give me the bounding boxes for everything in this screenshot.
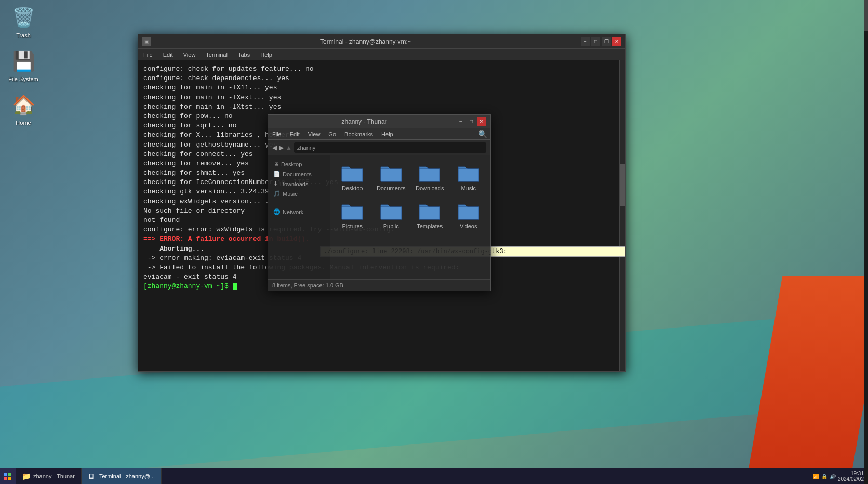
network-sidebar-label: Network <box>283 209 303 215</box>
folder-public-label: Public <box>383 223 399 229</box>
fm-sidebar-item-documents[interactable]: 📄 Documents <box>270 169 328 179</box>
fm-statusbar: 8 items, Free space: 1.0 GB <box>268 279 490 291</box>
folder-downloads-icon <box>417 163 442 184</box>
home-icon: 🏠 <box>11 93 36 117</box>
folder-documents-label: Documents <box>377 185 406 191</box>
fm-sidebar-item-downloads[interactable]: ⬇ Downloads <box>270 179 328 189</box>
home-icon-desktop[interactable]: 🏠 Home <box>5 93 42 126</box>
thunar-taskbar-label: zhanny - Thunar <box>33 473 75 479</box>
fm-minimize-button[interactable]: − <box>456 117 465 126</box>
start-icon <box>3 472 12 481</box>
fm-main-area: Desktop Documents Downloads <box>330 155 490 279</box>
screen-scrollbar-thumb[interactable] <box>864 0 868 31</box>
folder-documents-icon <box>379 163 404 184</box>
folder-desktop-icon <box>340 163 365 184</box>
terminal-line: configure: check dependencies... yes <box>143 74 614 83</box>
fm-up-button[interactable]: ▲ <box>286 144 292 151</box>
taskbar-start-button[interactable] <box>0 468 16 484</box>
home-label: Home <box>16 120 31 126</box>
clock-time: 19:31 <box>838 470 864 476</box>
svg-rect-1 <box>8 473 11 476</box>
fm-menu-bookmarks[interactable]: Bookmarks <box>340 128 377 139</box>
fm-path-text: zhanny <box>297 145 315 151</box>
fm-content: 🖥 Desktop 📄 Documents ⬇ Downloads 🎵 Musi… <box>268 155 490 279</box>
fm-window-controls: − □ ✕ <box>456 117 486 126</box>
fm-menu-view[interactable]: View <box>304 128 325 139</box>
desktop-sidebar-icon: 🖥 <box>273 161 279 167</box>
fm-sidebar-item-music[interactable]: 🎵 Music <box>270 189 328 199</box>
desktop-sidebar-label: Desktop <box>281 161 302 167</box>
terminal-menubar: File Edit View Terminal Tabs Help <box>138 49 625 60</box>
folder-templates-icon <box>417 201 442 221</box>
fm-search-icon[interactable]: 🔍 <box>475 130 490 138</box>
taskbar-app-terminal[interactable]: 🖥 Terminal - zhanny@... <box>82 468 162 484</box>
terminal-menu-edit[interactable]: Edit <box>158 49 178 60</box>
filesystem-icon-desktop[interactable]: 💾 File System <box>5 49 42 82</box>
fm-menu-file[interactable]: File <box>268 128 286 139</box>
terminal-taskbar-icon: 🖥 <box>88 472 96 480</box>
terminal-menu-tabs[interactable]: Tabs <box>233 49 255 60</box>
thunar-taskbar-icon: 📁 <box>22 472 30 480</box>
taskbar-app-thunar[interactable]: 📁 zhanny - Thunar <box>16 468 82 484</box>
terminal-menu-help[interactable]: Help <box>255 49 277 60</box>
terminal-minimize-button[interactable]: − <box>581 37 590 46</box>
folder-videos-icon <box>456 201 481 221</box>
fm-close-button[interactable]: ✕ <box>477 117 486 126</box>
terminal-scrollbar[interactable] <box>619 60 625 371</box>
taskbar: 📁 zhanny - Thunar 🖥 Terminal - zhanny@..… <box>0 468 868 484</box>
terminal-scrollbar-thumb[interactable] <box>620 164 625 206</box>
folder-pictures-icon <box>340 201 365 221</box>
svg-rect-2 <box>4 477 7 480</box>
fm-path-bar[interactable]: zhanny <box>294 142 486 153</box>
fm-status-text: 8 items, Free space: 1.0 GB <box>272 282 343 289</box>
terminal-line: checking for main in -lXext... yes <box>143 93 614 102</box>
fm-maximize-button[interactable]: □ <box>466 117 476 126</box>
fm-forward-button[interactable]: ▶ <box>279 144 284 151</box>
terminal-taskbar-label: Terminal - zhanny@... <box>99 473 155 479</box>
music-sidebar-label: Music <box>283 191 298 197</box>
folder-videos[interactable]: Videos <box>452 199 486 231</box>
terminal-maximize-button[interactable]: □ <box>591 37 600 46</box>
folder-downloads-label: Downloads <box>416 185 444 191</box>
terminal-restore-button[interactable]: ❐ <box>602 37 611 46</box>
folder-music[interactable]: Music <box>452 161 486 193</box>
tray-icon-volume: 🔊 <box>830 474 836 479</box>
fm-menu-help[interactable]: Help <box>377 128 397 139</box>
documents-sidebar-icon: 📄 <box>273 171 281 177</box>
folder-templates[interactable]: Templates <box>413 199 447 231</box>
terminal-line: configure: check for updates feature... … <box>143 64 614 74</box>
folder-downloads[interactable]: Downloads <box>413 161 447 193</box>
fm-sidebar-item-network[interactable]: 🌐 Network <box>270 207 328 217</box>
fm-menu-edit[interactable]: Edit <box>286 128 304 139</box>
taskbar-apps: 📁 zhanny - Thunar 🖥 Terminal - zhanny@..… <box>16 468 809 484</box>
terminal-menu-terminal[interactable]: Terminal <box>201 49 233 60</box>
fm-menu-go[interactable]: Go <box>324 128 340 139</box>
desktop-icons: 🗑️ Trash 💾 File System 🏠 Home <box>5 5 42 126</box>
terminal-line: checking for main in -lX11... yes <box>143 83 614 93</box>
folder-desktop[interactable]: Desktop <box>336 161 369 193</box>
screen-scrollbar[interactable] <box>864 0 868 484</box>
folder-documents[interactable]: Documents <box>375 161 408 193</box>
tray-icon-lock: 🔒 <box>821 474 827 479</box>
terminal-menu-view[interactable]: View <box>178 49 201 60</box>
desktop: 🗑️ Trash 💾 File System 🏠 Home ▣ Terminal… <box>0 0 868 484</box>
orange-stripe <box>746 276 868 484</box>
folder-pictures[interactable]: Pictures <box>336 199 369 231</box>
filesystem-icon: 💾 <box>11 49 36 74</box>
folder-public-icon <box>379 201 404 221</box>
fm-sidebar: 🖥 Desktop 📄 Documents ⬇ Downloads 🎵 Musi… <box>268 155 330 279</box>
terminal-titlebar: ▣ Terminal - zhanny@zhanny-vm:~ − □ ❐ ✕ <box>138 34 625 49</box>
fm-back-button[interactable]: ◀ <box>272 144 277 151</box>
terminal-line: checking for main in -lXtst... yes <box>143 102 614 112</box>
fm-titlebar: zhanny - Thunar − □ ✕ <box>268 115 490 128</box>
svg-rect-0 <box>4 473 7 476</box>
terminal-menu-file[interactable]: File <box>138 49 158 60</box>
folder-templates-label: Templates <box>417 223 443 229</box>
trash-label: Trash <box>16 32 31 38</box>
folder-public[interactable]: Public <box>375 199 408 231</box>
trash-icon-desktop[interactable]: 🗑️ Trash <box>5 5 42 38</box>
terminal-close-button[interactable]: ✕ <box>612 37 621 46</box>
network-sidebar-icon: 🌐 <box>273 208 281 215</box>
folder-desktop-label: Desktop <box>342 185 363 191</box>
fm-sidebar-item-desktop[interactable]: 🖥 Desktop <box>270 160 328 169</box>
